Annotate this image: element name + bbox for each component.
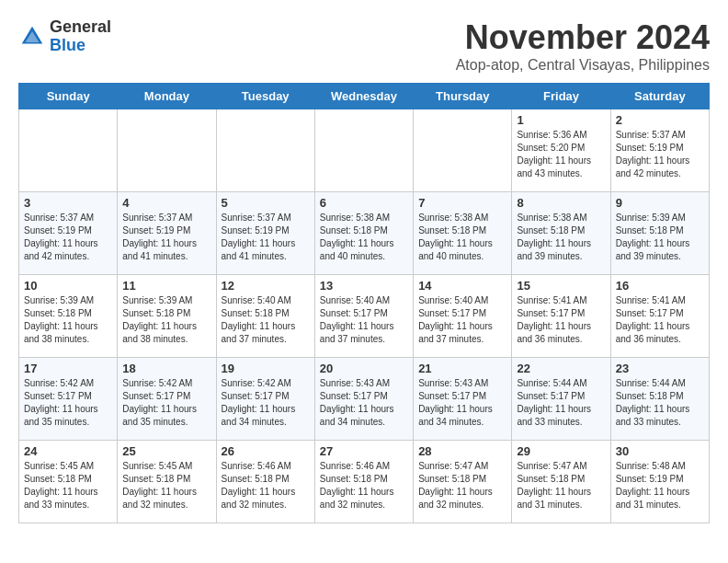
day-info: Sunrise: 5:41 AM Sunset: 5:17 PM Dayligh…: [517, 294, 605, 346]
day-info: Sunrise: 5:37 AM Sunset: 5:19 PM Dayligh…: [122, 212, 210, 263]
day-info: Sunrise: 5:39 AM Sunset: 5:18 PM Dayligh…: [24, 294, 112, 346]
day-info: Sunrise: 5:36 AM Sunset: 5:20 PM Dayligh…: [517, 129, 605, 180]
day-header-tuesday: Tuesday: [216, 84, 314, 109]
logo-text: General Blue: [50, 18, 111, 55]
header-row: SundayMondayTuesdayWednesdayThursdayFrid…: [19, 84, 710, 109]
day-number: 26: [222, 444, 310, 458]
logo-icon: [18, 23, 46, 51]
title-section: November 2024 Atop-atop, Central Visayas…: [456, 18, 710, 74]
day-info: Sunrise: 5:40 AM Sunset: 5:17 PM Dayligh…: [320, 294, 408, 346]
calendar-cell: [414, 109, 512, 192]
day-info: Sunrise: 5:38 AM Sunset: 5:18 PM Dayligh…: [418, 212, 506, 263]
calendar-cell: 8Sunrise: 5:38 AM Sunset: 5:18 PM Daylig…: [512, 192, 610, 275]
day-info: Sunrise: 5:37 AM Sunset: 5:19 PM Dayligh…: [24, 212, 112, 263]
calendar-cell: 5Sunrise: 5:37 AM Sunset: 5:19 PM Daylig…: [216, 192, 314, 275]
day-number: 9: [616, 196, 704, 210]
day-number: 7: [418, 196, 506, 210]
day-info: Sunrise: 5:45 AM Sunset: 5:18 PM Dayligh…: [24, 460, 112, 511]
calendar-cell: 9Sunrise: 5:39 AM Sunset: 5:18 PM Daylig…: [610, 192, 709, 275]
calendar-cell: 6Sunrise: 5:38 AM Sunset: 5:18 PM Daylig…: [314, 192, 413, 275]
day-header-saturday: Saturday: [610, 84, 709, 109]
calendar-table: SundayMondayTuesdayWednesdayThursdayFrid…: [18, 83, 710, 523]
calendar-cell: 27Sunrise: 5:46 AM Sunset: 5:18 PM Dayli…: [314, 441, 413, 523]
calendar-cell: 2Sunrise: 5:37 AM Sunset: 5:19 PM Daylig…: [610, 109, 709, 192]
day-number: 3: [24, 196, 112, 210]
calendar-cell: 24Sunrise: 5:45 AM Sunset: 5:18 PM Dayli…: [19, 441, 118, 523]
week-row-3: 10Sunrise: 5:39 AM Sunset: 5:18 PM Dayli…: [19, 275, 710, 358]
day-number: 10: [24, 279, 112, 293]
calendar-cell: 15Sunrise: 5:41 AM Sunset: 5:17 PM Dayli…: [512, 275, 610, 358]
day-number: 28: [418, 444, 506, 458]
week-row-1: 1Sunrise: 5:36 AM Sunset: 5:20 PM Daylig…: [19, 109, 710, 192]
calendar-cell: 18Sunrise: 5:42 AM Sunset: 5:17 PM Dayli…: [118, 358, 216, 441]
day-number: 12: [222, 279, 310, 293]
day-info: Sunrise: 5:43 AM Sunset: 5:17 PM Dayligh…: [320, 377, 408, 429]
day-number: 20: [320, 362, 408, 375]
calendar-cell: 13Sunrise: 5:40 AM Sunset: 5:17 PM Dayli…: [314, 275, 413, 358]
day-number: 5: [222, 196, 310, 210]
calendar-cell: 20Sunrise: 5:43 AM Sunset: 5:17 PM Dayli…: [314, 358, 413, 441]
day-header-friday: Friday: [512, 84, 610, 109]
day-info: Sunrise: 5:45 AM Sunset: 5:18 PM Dayligh…: [122, 460, 210, 511]
day-number: 16: [616, 279, 704, 293]
calendar-cell: 3Sunrise: 5:37 AM Sunset: 5:19 PM Daylig…: [19, 192, 118, 275]
day-info: Sunrise: 5:39 AM Sunset: 5:18 PM Dayligh…: [122, 294, 210, 346]
calendar-cell: 19Sunrise: 5:42 AM Sunset: 5:17 PM Dayli…: [216, 358, 314, 441]
day-number: 4: [122, 196, 210, 210]
day-info: Sunrise: 5:46 AM Sunset: 5:18 PM Dayligh…: [222, 460, 310, 511]
day-info: Sunrise: 5:41 AM Sunset: 5:17 PM Dayligh…: [616, 294, 704, 346]
week-row-2: 3Sunrise: 5:37 AM Sunset: 5:19 PM Daylig…: [19, 192, 710, 275]
day-number: 17: [24, 362, 112, 375]
day-info: Sunrise: 5:44 AM Sunset: 5:18 PM Dayligh…: [616, 377, 704, 429]
day-header-monday: Monday: [118, 84, 216, 109]
calendar-body: 1Sunrise: 5:36 AM Sunset: 5:20 PM Daylig…: [19, 109, 710, 523]
day-info: Sunrise: 5:40 AM Sunset: 5:17 PM Dayligh…: [418, 294, 506, 346]
day-info: Sunrise: 5:38 AM Sunset: 5:18 PM Dayligh…: [320, 212, 408, 263]
calendar-cell: 11Sunrise: 5:39 AM Sunset: 5:18 PM Dayli…: [118, 275, 216, 358]
calendar-cell: 1Sunrise: 5:36 AM Sunset: 5:20 PM Daylig…: [512, 109, 610, 192]
location-title: Atop-atop, Central Visayas, Philippines: [456, 57, 710, 74]
calendar-cell: 21Sunrise: 5:43 AM Sunset: 5:17 PM Dayli…: [414, 358, 512, 441]
calendar-cell: 12Sunrise: 5:40 AM Sunset: 5:18 PM Dayli…: [216, 275, 314, 358]
day-info: Sunrise: 5:37 AM Sunset: 5:19 PM Dayligh…: [616, 129, 704, 180]
calendar-cell: [314, 109, 413, 192]
month-title: November 2024: [456, 18, 710, 57]
day-header-wednesday: Wednesday: [314, 84, 413, 109]
day-number: 6: [320, 196, 408, 210]
day-info: Sunrise: 5:38 AM Sunset: 5:18 PM Dayligh…: [517, 212, 605, 263]
day-header-sunday: Sunday: [19, 84, 118, 109]
day-info: Sunrise: 5:42 AM Sunset: 5:17 PM Dayligh…: [222, 377, 310, 429]
day-number: 23: [616, 362, 704, 375]
day-number: 29: [517, 444, 605, 458]
week-row-5: 24Sunrise: 5:45 AM Sunset: 5:18 PM Dayli…: [19, 441, 710, 523]
calendar-cell: 17Sunrise: 5:42 AM Sunset: 5:17 PM Dayli…: [19, 358, 118, 441]
calendar-cell: 28Sunrise: 5:47 AM Sunset: 5:18 PM Dayli…: [414, 441, 512, 523]
calendar-cell: 29Sunrise: 5:47 AM Sunset: 5:18 PM Dayli…: [512, 441, 610, 523]
day-number: 14: [418, 279, 506, 293]
day-info: Sunrise: 5:47 AM Sunset: 5:18 PM Dayligh…: [418, 460, 506, 511]
calendar-cell: 16Sunrise: 5:41 AM Sunset: 5:17 PM Dayli…: [610, 275, 709, 358]
calendar-header: SundayMondayTuesdayWednesdayThursdayFrid…: [19, 84, 710, 109]
day-number: 27: [320, 444, 408, 458]
calendar-cell: 30Sunrise: 5:48 AM Sunset: 5:19 PM Dayli…: [610, 441, 709, 523]
day-info: Sunrise: 5:46 AM Sunset: 5:18 PM Dayligh…: [320, 460, 408, 511]
day-number: 30: [616, 444, 704, 458]
day-number: 13: [320, 279, 408, 293]
calendar-cell: 7Sunrise: 5:38 AM Sunset: 5:18 PM Daylig…: [414, 192, 512, 275]
day-info: Sunrise: 5:37 AM Sunset: 5:19 PM Dayligh…: [222, 212, 310, 263]
week-row-4: 17Sunrise: 5:42 AM Sunset: 5:17 PM Dayli…: [19, 358, 710, 441]
calendar-cell: [216, 109, 314, 192]
calendar-cell: 23Sunrise: 5:44 AM Sunset: 5:18 PM Dayli…: [610, 358, 709, 441]
calendar-cell: 10Sunrise: 5:39 AM Sunset: 5:18 PM Dayli…: [19, 275, 118, 358]
day-number: 21: [418, 362, 506, 375]
day-number: 1: [517, 113, 605, 127]
day-info: Sunrise: 5:42 AM Sunset: 5:17 PM Dayligh…: [24, 377, 112, 429]
day-number: 25: [122, 444, 210, 458]
calendar-cell: 4Sunrise: 5:37 AM Sunset: 5:19 PM Daylig…: [118, 192, 216, 275]
day-number: 2: [616, 113, 704, 127]
calendar-cell: 14Sunrise: 5:40 AM Sunset: 5:17 PM Dayli…: [414, 275, 512, 358]
day-info: Sunrise: 5:44 AM Sunset: 5:17 PM Dayligh…: [517, 377, 605, 429]
day-number: 8: [517, 196, 605, 210]
day-number: 11: [122, 279, 210, 293]
day-info: Sunrise: 5:48 AM Sunset: 5:19 PM Dayligh…: [616, 460, 704, 511]
